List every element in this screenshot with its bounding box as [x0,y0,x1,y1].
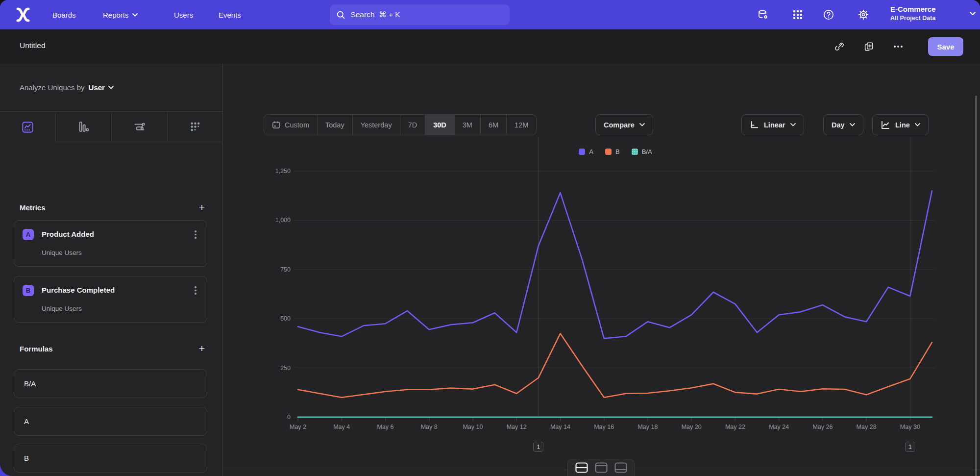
annotation-badge[interactable]: 1 [533,442,543,452]
formula-label: B/A [24,379,36,388]
analyze-uniques-row: Analyze Uniques by User [0,64,223,112]
svg-text:May 6: May 6 [377,424,393,430]
formulas-title: Formulas [20,345,53,353]
analyze-by-dropdown[interactable]: User [89,83,114,92]
svg-text:1,250: 1,250 [275,168,291,175]
formula-card[interactable]: B/A [14,369,207,398]
insights-icon [21,121,34,134]
analyze-label: Analyze Uniques by [20,83,85,92]
funnels-icon [77,120,90,133]
app-page: Boards Reports Users Events [0,0,980,476]
chevron-down-icon [132,13,138,17]
metric-badge: B [23,285,34,296]
data-management-icon[interactable] [757,9,769,21]
more-options-icon[interactable] [892,41,904,52]
metric-subtitle[interactable]: Unique Users [42,249,82,256]
svg-text:May 12: May 12 [507,424,527,430]
chevron-down-icon [970,12,976,16]
search-bar[interactable] [330,4,510,25]
chart-panel: CustomTodayYesterday7D30D3M6M12M Compare… [223,64,980,476]
metric-options-icon[interactable] [191,230,200,240]
nav-item-users[interactable]: Users [174,0,193,29]
report-header: Untitled Save [0,29,980,64]
help-icon[interactable] [823,9,834,21]
metric-title: Product Added [42,230,94,238]
annotation-badge[interactable]: 1 [905,442,915,452]
project-subtitle: All Project Data [890,14,969,22]
svg-text:May 14: May 14 [550,424,570,430]
layout-toggle-table-only[interactable] [614,462,628,474]
metric-badge: A [23,229,34,240]
add-metric-button[interactable]: + [196,202,207,213]
svg-text:May 20: May 20 [682,424,702,430]
svg-text:May 26: May 26 [812,424,833,430]
query-builder-sidebar: Analyze Uniques by User [0,64,223,476]
top-nav: Boards Reports Users Events [0,0,980,29]
nav-item-boards[interactable]: Boards [52,0,76,29]
search-input[interactable] [350,10,503,19]
chevron-down-icon [108,86,114,89]
svg-text:May 2: May 2 [290,424,306,430]
svg-text:500: 500 [280,315,291,322]
svg-text:May 18: May 18 [637,424,658,430]
tab-funnels[interactable] [55,112,111,142]
retention-icon [189,120,202,133]
settings-gear-icon[interactable] [858,9,869,21]
layout-toggle-chart-only[interactable] [594,462,608,474]
nav-item-label: Reports [103,11,129,19]
formula-label: B [24,454,29,462]
flows-icon [133,120,146,133]
search-icon [337,10,345,20]
report-title[interactable]: Untitled [20,41,46,50]
metric-card-a[interactable]: A Product Added Unique Users [14,220,207,267]
nav-item-label: Users [174,11,193,19]
svg-text:May 30: May 30 [900,424,920,430]
svg-text:250: 250 [280,365,291,372]
metric-options-icon[interactable] [191,286,200,296]
svg-text:May 4: May 4 [333,424,350,430]
nav-item-reports[interactable]: Reports [103,0,138,29]
layout-toggle-group [567,459,635,476]
app-window: Boards Reports Users Events [0,0,980,476]
svg-text:May 10: May 10 [463,424,483,430]
formula-label: A [24,417,29,426]
svg-text:May 22: May 22 [725,424,745,430]
mixpanel-logo-icon[interactable] [15,7,31,23]
tab-flows[interactable] [111,112,167,142]
metric-title: Purchase Completed [42,286,115,294]
project-switcher[interactable]: E-Commerce All Project Data [890,4,969,26]
line-chart[interactable]: 02505007501,0001,250May 2May 4May 6May 8… [223,64,980,476]
metrics-section-head: Metrics + [20,202,207,213]
svg-text:1,000: 1,000 [275,217,291,224]
report-type-tabs [0,112,223,142]
content-area: Untitled Save [0,29,980,476]
nav-item-label: Events [219,11,241,19]
svg-text:May 24: May 24 [769,424,789,430]
layout-toggle-split-view[interactable] [575,462,588,474]
copy-link-icon[interactable] [833,41,845,52]
svg-text:May 28: May 28 [857,424,877,430]
metrics-title: Metrics [20,203,46,212]
metric-card-b[interactable]: B Purchase Completed Unique Users [14,276,207,323]
formulas-section-head: Formulas + [20,343,207,354]
svg-text:May 8: May 8 [421,424,438,430]
nav-item-label: Boards [52,11,76,19]
tab-insights[interactable] [0,112,55,142]
formula-card[interactable]: A [14,407,207,436]
svg-text:May 16: May 16 [594,424,614,430]
analyze-by-value: User [89,83,105,92]
duplicate-icon[interactable] [863,41,875,52]
metric-subtitle[interactable]: Unique Users [42,305,82,312]
save-button[interactable]: Save [928,37,963,56]
add-formula-button[interactable]: + [196,343,207,354]
apps-grid-icon[interactable] [792,9,804,21]
tab-retention[interactable] [167,112,223,142]
nav-item-events[interactable]: Events [219,0,241,29]
scrollbar[interactable] [975,96,977,476]
project-name: E-Commerce [890,4,969,14]
svg-text:750: 750 [280,266,291,273]
svg-text:0: 0 [287,414,291,421]
formula-card[interactable]: B [14,444,207,473]
